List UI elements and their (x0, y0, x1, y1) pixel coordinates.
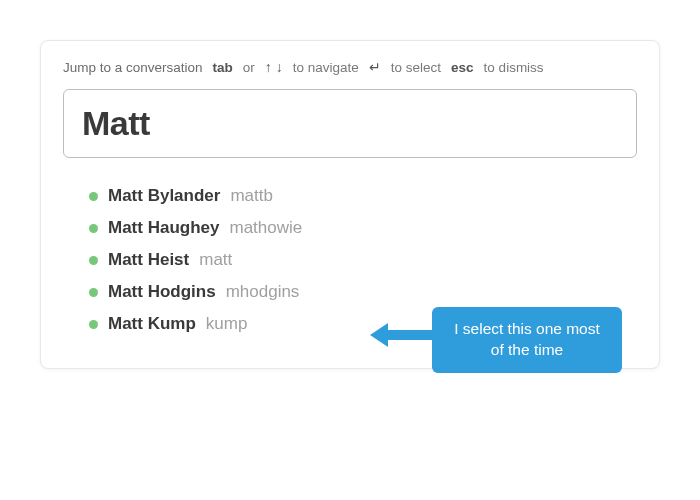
annotation-text: I select this one most of the time (454, 320, 600, 358)
result-handle: mathowie (229, 218, 302, 238)
hint-enter-key: ↵ (369, 59, 381, 75)
result-item[interactable]: Matt Heist matt (89, 244, 637, 276)
annotation-callout: I select this one most of the time (432, 307, 622, 373)
keyboard-hints: Jump to a conversation tab or ↑ ↓ to nav… (63, 59, 637, 75)
result-handle: mattb (230, 186, 273, 206)
hint-lead: Jump to a conversation (63, 60, 203, 75)
presence-active-icon (89, 192, 98, 201)
hint-arrow-keys: ↑ ↓ (265, 59, 283, 75)
result-name: Matt Haughey (108, 218, 219, 238)
presence-active-icon (89, 288, 98, 297)
result-item[interactable]: Matt Hodgins mhodgins (89, 276, 637, 308)
presence-active-icon (89, 224, 98, 233)
hint-esc-key: esc (451, 60, 474, 75)
hint-tab-key: tab (213, 60, 233, 75)
hint-dismiss: to dismiss (484, 60, 544, 75)
hint-navigate: to navigate (293, 60, 359, 75)
result-handle: kump (206, 314, 248, 334)
result-name: Matt Hodgins (108, 282, 216, 302)
search-box[interactable] (63, 89, 637, 158)
hint-or: or (243, 60, 255, 75)
result-item[interactable]: Matt Haughey mathowie (89, 212, 637, 244)
hint-select: to select (391, 60, 441, 75)
result-name: Matt Kump (108, 314, 196, 334)
result-handle: matt (199, 250, 232, 270)
presence-active-icon (89, 320, 98, 329)
search-input[interactable] (82, 104, 618, 143)
annotation-arrow-icon (370, 320, 434, 350)
result-name: Matt Bylander (108, 186, 220, 206)
presence-active-icon (89, 256, 98, 265)
result-item[interactable]: Matt Bylander mattb (89, 180, 637, 212)
result-name: Matt Heist (108, 250, 189, 270)
result-handle: mhodgins (226, 282, 300, 302)
